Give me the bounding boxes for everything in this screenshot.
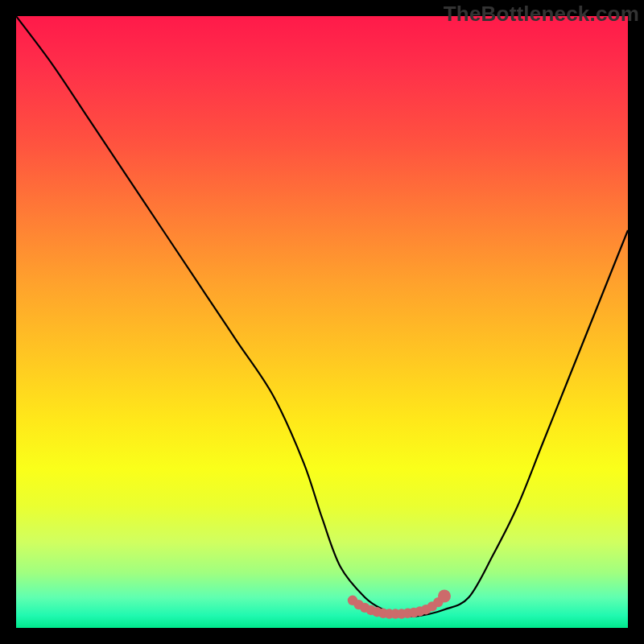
chart-container: TheBottleneck.com	[0, 0, 644, 644]
marker-dot	[438, 589, 451, 602]
marker-group	[348, 589, 451, 618]
bottleneck-curve-svg	[16, 16, 628, 628]
bottleneck-curve-path	[16, 16, 628, 617]
watermark-text: TheBottleneck.com	[444, 2, 639, 27]
plot-area	[16, 16, 628, 628]
